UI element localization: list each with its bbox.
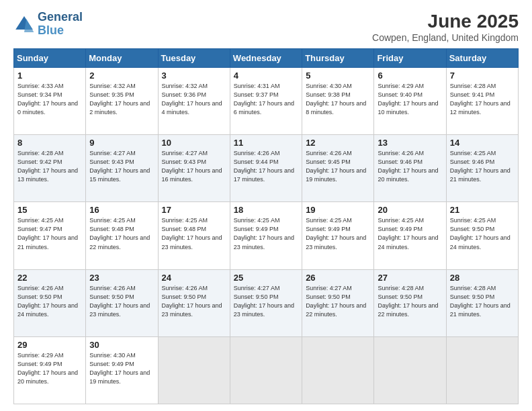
calendar-cell: 15 Sunrise: 4:25 AM Sunset: 9:47 PM Dayl… bbox=[14, 202, 86, 269]
calendar-header-saturday: Saturday bbox=[446, 49, 518, 68]
calendar-header-sunday: Sunday bbox=[14, 49, 86, 68]
day-number: 15 bbox=[17, 205, 82, 215]
calendar-cell bbox=[158, 336, 230, 404]
day-info: Sunrise: 4:25 AM Sunset: 9:49 PM Dayligh… bbox=[234, 216, 298, 251]
calendar-header-thursday: Thursday bbox=[302, 49, 374, 68]
calendar-header-monday: Monday bbox=[86, 49, 158, 68]
month-title: June 2025 bbox=[372, 11, 519, 32]
day-number: 20 bbox=[378, 205, 442, 215]
calendar-cell: 22 Sunrise: 4:26 AM Sunset: 9:50 PM Dayl… bbox=[14, 269, 86, 336]
calendar-cell bbox=[374, 336, 446, 404]
calendar-table: SundayMondayTuesdayWednesdayThursdayFrid… bbox=[13, 48, 519, 404]
day-info: Sunrise: 4:27 AM Sunset: 9:43 PM Dayligh… bbox=[89, 149, 154, 184]
day-number: 23 bbox=[89, 273, 154, 283]
calendar-cell: 3 Sunrise: 4:32 AM Sunset: 9:36 PM Dayli… bbox=[158, 68, 230, 135]
calendar-cell: 29 Sunrise: 4:29 AM Sunset: 9:49 PM Dayl… bbox=[14, 336, 86, 404]
calendar-cell: 21 Sunrise: 4:25 AM Sunset: 9:50 PM Dayl… bbox=[446, 202, 518, 269]
day-info: Sunrise: 4:33 AM Sunset: 9:34 PM Dayligh… bbox=[17, 82, 82, 117]
day-number: 9 bbox=[89, 138, 154, 148]
calendar-cell: 1 Sunrise: 4:33 AM Sunset: 9:34 PM Dayli… bbox=[14, 68, 86, 135]
calendar-cell: 18 Sunrise: 4:25 AM Sunset: 9:49 PM Dayl… bbox=[230, 202, 302, 269]
day-info: Sunrise: 4:25 AM Sunset: 9:49 PM Dayligh… bbox=[306, 216, 370, 251]
calendar-week-row: 1 Sunrise: 4:33 AM Sunset: 9:34 PM Dayli… bbox=[14, 68, 519, 135]
calendar-week-row: 29 Sunrise: 4:29 AM Sunset: 9:49 PM Dayl… bbox=[14, 336, 519, 404]
day-info: Sunrise: 4:29 AM Sunset: 9:40 PM Dayligh… bbox=[378, 82, 442, 117]
day-info: Sunrise: 4:26 AM Sunset: 9:50 PM Dayligh… bbox=[162, 284, 226, 319]
calendar-cell: 28 Sunrise: 4:28 AM Sunset: 9:50 PM Dayl… bbox=[446, 269, 518, 336]
calendar-cell: 16 Sunrise: 4:25 AM Sunset: 9:48 PM Dayl… bbox=[86, 202, 158, 269]
day-info: Sunrise: 4:31 AM Sunset: 9:37 PM Dayligh… bbox=[234, 82, 298, 117]
calendar-header-wednesday: Wednesday bbox=[230, 49, 302, 68]
day-number: 4 bbox=[234, 71, 298, 81]
calendar-header-tuesday: Tuesday bbox=[158, 49, 230, 68]
calendar-cell: 20 Sunrise: 4:25 AM Sunset: 9:49 PM Dayl… bbox=[374, 202, 446, 269]
day-info: Sunrise: 4:25 AM Sunset: 9:46 PM Dayligh… bbox=[450, 149, 515, 184]
calendar-week-row: 22 Sunrise: 4:26 AM Sunset: 9:50 PM Dayl… bbox=[14, 269, 519, 336]
day-info: Sunrise: 4:28 AM Sunset: 9:41 PM Dayligh… bbox=[450, 82, 515, 117]
logo-icon bbox=[13, 13, 35, 35]
logo-text: General Blue bbox=[38, 11, 83, 38]
day-number: 21 bbox=[450, 205, 515, 215]
day-number: 17 bbox=[162, 205, 226, 215]
calendar-cell: 8 Sunrise: 4:28 AM Sunset: 9:42 PM Dayli… bbox=[14, 135, 86, 202]
calendar-cell: 2 Sunrise: 4:32 AM Sunset: 9:35 PM Dayli… bbox=[86, 68, 158, 135]
calendar-cell: 13 Sunrise: 4:26 AM Sunset: 9:46 PM Dayl… bbox=[374, 135, 446, 202]
day-info: Sunrise: 4:25 AM Sunset: 9:48 PM Dayligh… bbox=[162, 216, 226, 251]
day-info: Sunrise: 4:32 AM Sunset: 9:36 PM Dayligh… bbox=[162, 82, 226, 117]
day-number: 7 bbox=[450, 71, 515, 81]
day-number: 25 bbox=[234, 273, 298, 283]
calendar-cell: 19 Sunrise: 4:25 AM Sunset: 9:49 PM Dayl… bbox=[302, 202, 374, 269]
day-number: 11 bbox=[234, 138, 298, 148]
title-block: June 2025 Cowpen, England, United Kingdo… bbox=[372, 11, 519, 43]
day-info: Sunrise: 4:27 AM Sunset: 9:50 PM Dayligh… bbox=[234, 284, 298, 319]
location-subtitle: Cowpen, England, United Kingdom bbox=[372, 32, 519, 43]
logo: General Blue bbox=[13, 11, 83, 38]
day-info: Sunrise: 4:26 AM Sunset: 9:50 PM Dayligh… bbox=[89, 284, 154, 319]
calendar-cell: 27 Sunrise: 4:28 AM Sunset: 9:50 PM Dayl… bbox=[374, 269, 446, 336]
page: General Blue June 2025 Cowpen, England, … bbox=[0, 0, 532, 411]
day-info: Sunrise: 4:25 AM Sunset: 9:49 PM Dayligh… bbox=[378, 216, 442, 251]
day-number: 28 bbox=[450, 273, 515, 283]
calendar-cell bbox=[446, 336, 518, 404]
day-info: Sunrise: 4:30 AM Sunset: 9:38 PM Dayligh… bbox=[306, 82, 370, 117]
day-number: 13 bbox=[378, 138, 442, 148]
day-number: 19 bbox=[306, 205, 370, 215]
calendar-cell: 10 Sunrise: 4:27 AM Sunset: 9:43 PM Dayl… bbox=[158, 135, 230, 202]
calendar-cell bbox=[302, 336, 374, 404]
day-number: 10 bbox=[162, 138, 226, 148]
day-info: Sunrise: 4:32 AM Sunset: 9:35 PM Dayligh… bbox=[89, 82, 154, 117]
calendar-cell: 9 Sunrise: 4:27 AM Sunset: 9:43 PM Dayli… bbox=[86, 135, 158, 202]
calendar-cell bbox=[230, 336, 302, 404]
day-number: 5 bbox=[306, 71, 370, 81]
calendar-cell: 7 Sunrise: 4:28 AM Sunset: 9:41 PM Dayli… bbox=[446, 68, 518, 135]
day-number: 30 bbox=[89, 340, 154, 350]
calendar-cell: 25 Sunrise: 4:27 AM Sunset: 9:50 PM Dayl… bbox=[230, 269, 302, 336]
day-info: Sunrise: 4:25 AM Sunset: 9:48 PM Dayligh… bbox=[89, 216, 154, 251]
day-number: 6 bbox=[378, 71, 442, 81]
calendar-header-friday: Friday bbox=[374, 49, 446, 68]
day-number: 8 bbox=[17, 138, 82, 148]
day-number: 18 bbox=[234, 205, 298, 215]
day-number: 1 bbox=[17, 71, 82, 81]
day-number: 29 bbox=[17, 340, 82, 350]
day-number: 26 bbox=[306, 273, 370, 283]
day-info: Sunrise: 4:27 AM Sunset: 9:43 PM Dayligh… bbox=[162, 149, 226, 184]
calendar-cell: 24 Sunrise: 4:26 AM Sunset: 9:50 PM Dayl… bbox=[158, 269, 230, 336]
day-info: Sunrise: 4:25 AM Sunset: 9:47 PM Dayligh… bbox=[17, 216, 82, 251]
day-number: 16 bbox=[89, 205, 154, 215]
day-info: Sunrise: 4:26 AM Sunset: 9:45 PM Dayligh… bbox=[306, 149, 370, 184]
day-info: Sunrise: 4:26 AM Sunset: 9:44 PM Dayligh… bbox=[234, 149, 298, 184]
calendar-header-row: SundayMondayTuesdayWednesdayThursdayFrid… bbox=[14, 49, 519, 68]
day-info: Sunrise: 4:27 AM Sunset: 9:50 PM Dayligh… bbox=[306, 284, 370, 319]
day-info: Sunrise: 4:28 AM Sunset: 9:50 PM Dayligh… bbox=[450, 284, 515, 319]
day-info: Sunrise: 4:26 AM Sunset: 9:50 PM Dayligh… bbox=[17, 284, 82, 319]
header: General Blue June 2025 Cowpen, England, … bbox=[13, 11, 519, 43]
day-number: 2 bbox=[89, 71, 154, 81]
day-number: 22 bbox=[17, 273, 82, 283]
day-info: Sunrise: 4:28 AM Sunset: 9:42 PM Dayligh… bbox=[17, 149, 82, 184]
calendar-cell: 23 Sunrise: 4:26 AM Sunset: 9:50 PM Dayl… bbox=[86, 269, 158, 336]
calendar-cell: 14 Sunrise: 4:25 AM Sunset: 9:46 PM Dayl… bbox=[446, 135, 518, 202]
day-number: 24 bbox=[162, 273, 226, 283]
day-number: 27 bbox=[378, 273, 442, 283]
day-info: Sunrise: 4:26 AM Sunset: 9:46 PM Dayligh… bbox=[378, 149, 442, 184]
